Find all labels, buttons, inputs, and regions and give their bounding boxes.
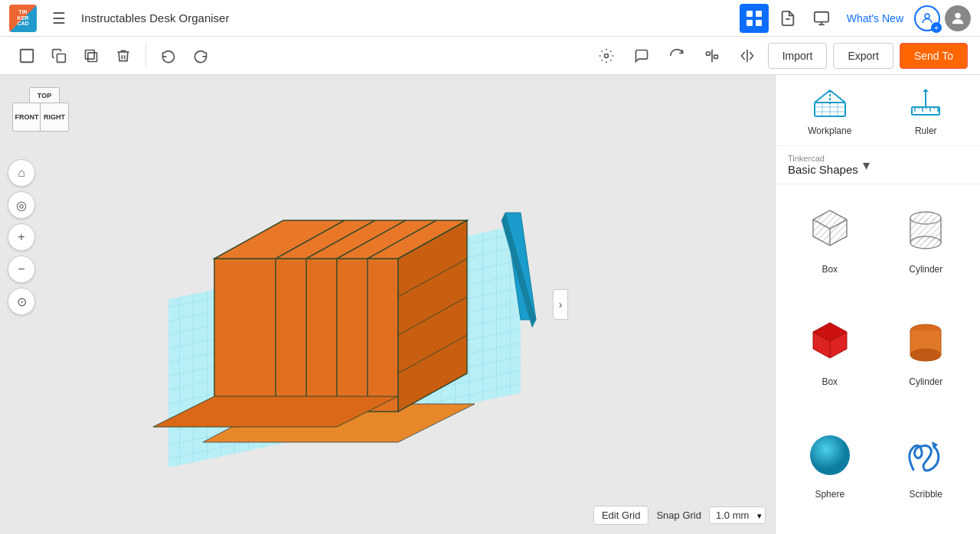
- zoom-in-btn[interactable]: +: [8, 223, 35, 251]
- avatar[interactable]: [945, 5, 971, 31]
- shape-box-red-img: [799, 312, 861, 373]
- svg-line-21: [601, 60, 602, 60]
- svg-point-87: [910, 349, 941, 361]
- ruler-label: Ruler: [915, 125, 937, 136]
- shape-scribble-label: Scribble: [910, 489, 942, 500]
- whats-new-button[interactable]: What's New: [841, 9, 910, 28]
- workplane-icon: [812, 84, 848, 121]
- svg-rect-5: [815, 11, 828, 21]
- shape-item-scribble[interactable]: Scribble: [878, 415, 975, 528]
- export-button[interactable]: Export: [833, 43, 893, 69]
- workplane-label: Workplane: [808, 125, 851, 136]
- shape-item-box-red[interactable]: Box: [782, 303, 878, 415]
- svg-rect-13: [86, 50, 95, 59]
- codeblocks-btn[interactable]: [773, 4, 802, 33]
- shape-cylinder-outline-img: [895, 200, 956, 261]
- 3d-scene: [0, 75, 775, 534]
- ruler-item[interactable]: Ruler: [884, 84, 969, 136]
- cube-right-face[interactable]: RIGHT: [40, 103, 69, 132]
- home-view-btn[interactable]: ⌂: [8, 159, 35, 187]
- perspective-btn[interactable]: ⊙: [8, 288, 35, 315]
- svg-point-8: [925, 14, 929, 18]
- add-user-button[interactable]: [914, 5, 940, 31]
- workplane-item[interactable]: Workplane: [788, 84, 872, 136]
- view-cube[interactable]: TOP FRONT RIGHT: [12, 87, 74, 148]
- svg-rect-3: [756, 20, 762, 26]
- light-btn[interactable]: [592, 41, 621, 70]
- shape-box-outline-img: [799, 200, 861, 261]
- panel-collapse-button[interactable]: ›: [553, 289, 568, 320]
- shape-box-outline-label: Box: [822, 264, 838, 275]
- snap-grid-select[interactable]: 1.0 mm 0.5 mm 0.1 mm 2.0 mm: [709, 506, 766, 524]
- snap-grid-wrapper: 1.0 mm 0.5 mm 0.1 mm 2.0 mm: [709, 506, 766, 524]
- svg-marker-66: [923, 89, 929, 92]
- svg-rect-0: [746, 11, 753, 17]
- menu-icon[interactable]: ☰: [44, 4, 74, 33]
- viewport-bottom-controls: Edit Grid Snap Grid 1.0 mm 0.5 mm 0.1 mm…: [593, 506, 766, 525]
- svg-rect-12: [88, 52, 97, 61]
- shapes-grid: Box: [776, 184, 980, 534]
- svg-rect-2: [746, 20, 753, 26]
- svg-line-17: [601, 50, 602, 51]
- ruler-icon: [907, 84, 944, 121]
- shape-cylinder-orange-img: [895, 312, 956, 373]
- import-button[interactable]: Import: [768, 43, 828, 69]
- shape-cylinder-outline-label: Cylinder: [909, 264, 942, 275]
- svg-rect-10: [21, 49, 34, 62]
- align-btn[interactable]: [697, 41, 727, 70]
- shape-item-cylinder-outline[interactable]: Cylinder: [878, 190, 975, 303]
- undo-btn[interactable]: [154, 41, 183, 70]
- rotate-btn[interactable]: [662, 41, 691, 70]
- fit-view-btn[interactable]: ◎: [8, 191, 35, 219]
- svg-line-50: [830, 90, 845, 103]
- svg-rect-24: [706, 52, 710, 55]
- shape-item-box-outline[interactable]: Box: [782, 190, 878, 303]
- shape-scribble-img: [895, 425, 956, 486]
- svg-rect-1: [756, 11, 762, 17]
- tinkercad-logo: TIN KER CAD: [9, 5, 37, 32]
- right-shapes-panel: Workplane: [775, 75, 980, 534]
- viewport-left-controls: ⌂ ◎ + − ⊙: [8, 159, 35, 315]
- shape-sphere-blue-img: [799, 425, 861, 486]
- workplane-ruler-section: Workplane: [776, 75, 980, 146]
- send-to-button[interactable]: Send To: [900, 43, 968, 69]
- delete-btn[interactable]: [109, 41, 138, 70]
- shapes-dropdown-arrow[interactable]: ▾: [863, 157, 870, 174]
- shape-box-red-label: Box: [822, 376, 838, 387]
- main-area: TOP FRONT RIGHT ⌂ ◎ + − ⊙ Edit Grid Snap…: [0, 75, 980, 534]
- project-title: Instructables Desk Organiser: [81, 11, 732, 24]
- note-btn[interactable]: [627, 41, 656, 70]
- svg-rect-25: [714, 55, 717, 58]
- snap-grid-label: Snap Grid: [656, 510, 701, 521]
- cube-front-face[interactable]: FRONT: [12, 103, 41, 132]
- nav-right-controls: What's New: [740, 4, 971, 33]
- cube-top-face[interactable]: TOP: [29, 87, 60, 104]
- grid-view-btn[interactable]: [740, 4, 769, 33]
- top-navbar: TIN KER CAD ☰ Instructables Desk Organis…: [0, 0, 980, 37]
- mirror-btn[interactable]: [733, 41, 762, 70]
- secondary-toolbar: Import Export Send To: [0, 37, 980, 75]
- edit-grid-button[interactable]: Edit Grid: [593, 506, 649, 525]
- toolbar-right: Import Export Send To: [592, 41, 968, 70]
- redo-btn[interactable]: [186, 41, 215, 70]
- new-shape-btn[interactable]: [12, 41, 41, 70]
- shapes-provider: Tinkercad: [788, 154, 858, 163]
- shapes-library-header: Tinkercad Basic Shapes ▾: [776, 146, 980, 184]
- svg-rect-57: [912, 107, 939, 115]
- svg-rect-11: [57, 54, 66, 62]
- shape-item-cylinder-orange[interactable]: Cylinder: [878, 303, 975, 415]
- 3d-viewport[interactable]: TOP FRONT RIGHT ⌂ ◎ + − ⊙ Edit Grid Snap…: [0, 75, 775, 534]
- copy-btn[interactable]: [44, 41, 74, 70]
- svg-line-18: [610, 60, 611, 60]
- zoom-out-btn[interactable]: −: [8, 256, 35, 283]
- shape-cylinder-orange-label: Cylinder: [909, 376, 942, 387]
- duplicate-btn[interactable]: [77, 41, 106, 70]
- svg-point-9: [955, 12, 960, 18]
- svg-point-14: [604, 54, 608, 57]
- svg-line-49: [815, 90, 830, 103]
- svg-line-22: [610, 50, 611, 51]
- shape-sphere-blue-label: Sphere: [815, 489, 844, 500]
- svg-point-77: [910, 236, 941, 249]
- simulate-btn[interactable]: [807, 4, 836, 33]
- shape-item-sphere-blue[interactable]: Sphere: [782, 415, 878, 528]
